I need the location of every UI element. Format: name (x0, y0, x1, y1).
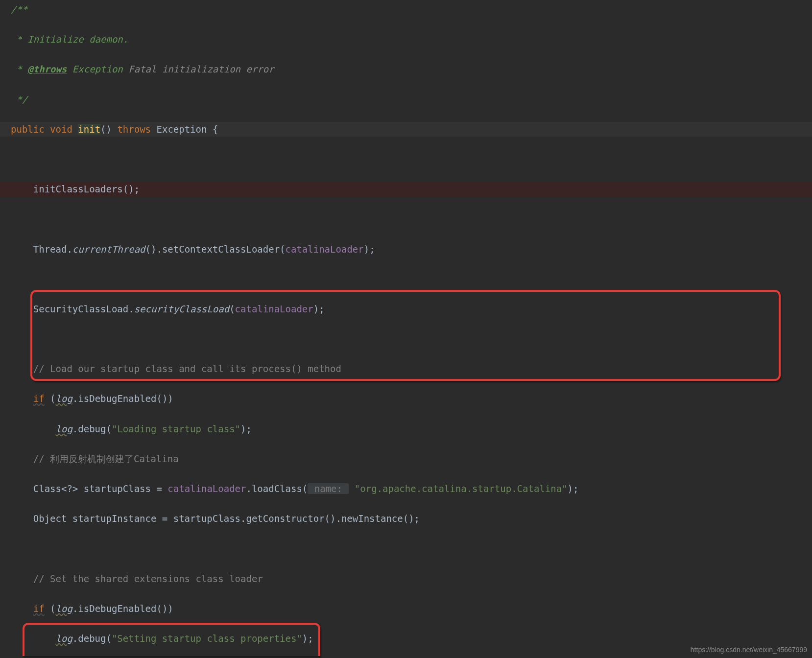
javadoc-start: /** (11, 4, 27, 15)
s1: SecurityClassLoad. (33, 304, 134, 314)
method-signature-line[interactable]: public void init() throws Exception { (0, 122, 812, 137)
c2: catalinaLoader (167, 483, 246, 494)
stmt-initclassloaders: initClassLoaders(); (33, 184, 140, 194)
javadoc-prefix: * (11, 64, 27, 74)
d1: .debug( (72, 423, 112, 434)
exception-brace: Exception { (157, 124, 218, 135)
d2: ); (240, 423, 252, 434)
javadoc-exception: Exception (67, 64, 128, 74)
comment-shared: // Set the shared extensions class loade… (33, 573, 263, 584)
log-var: log (56, 393, 72, 404)
t3: ().setContextClassLoader( (145, 244, 286, 255)
code-editor[interactable]: /** * Initialize daemon. * @throws Excep… (0, 0, 812, 658)
modified-line[interactable]: initClassLoaders(); (0, 182, 812, 197)
javadoc-desc: Fatal initialization error (128, 64, 274, 74)
watermark: https://blog.csdn.net/weixin_45667999 (691, 644, 807, 655)
kw-void: void (50, 124, 72, 135)
s3: ( (229, 304, 235, 314)
q1: ( (45, 603, 56, 614)
str-setting: "Setting startup class properties" (112, 633, 302, 644)
log-var2: log (56, 423, 72, 434)
r2: ); (302, 633, 313, 644)
c3: .loadClass( (246, 483, 308, 494)
parens: () (100, 124, 112, 135)
javadoc-end: */ (11, 94, 27, 105)
javadoc-throws-tag: @throws (27, 64, 67, 74)
param-hint-name: name: (308, 483, 349, 494)
javadoc-line: * Initialize daemon. (11, 34, 128, 45)
c1: Class<?> startupClass = (33, 483, 168, 494)
p1: ( (45, 393, 56, 404)
t4: catalinaLoader (286, 244, 364, 255)
t1: Thread. (33, 244, 72, 255)
t2: currentThread (72, 244, 145, 255)
kw-if: if (33, 393, 45, 404)
c5: ); (568, 483, 579, 494)
method-name-init: init (78, 124, 100, 135)
s5: ); (313, 304, 325, 314)
s2: securityClassLoad (134, 304, 229, 314)
kw-throws: throws (117, 124, 151, 135)
kw-if2: if (33, 603, 45, 614)
log-var3: log (56, 603, 72, 614)
comment-chinese: // 利用反射机制创建了Catalina (33, 453, 179, 464)
q2: .isDebugEnabled()) (72, 603, 173, 614)
str-catalina: "org.apache.catalina.startup.Catalina" (355, 483, 568, 494)
comment-load: // Load our startup class and call its p… (33, 363, 341, 374)
str-loading: "Loading startup class" (112, 423, 240, 434)
kw-public: public (11, 124, 45, 135)
stmt-startupinstance: Object startupInstance = startupClass.ge… (33, 513, 420, 524)
p2: .isDebugEnabled()) (72, 393, 173, 404)
r1: .debug( (72, 633, 112, 644)
t5: ); (364, 244, 375, 255)
s4: catalinaLoader (235, 304, 313, 314)
log-var4: log (56, 633, 72, 644)
